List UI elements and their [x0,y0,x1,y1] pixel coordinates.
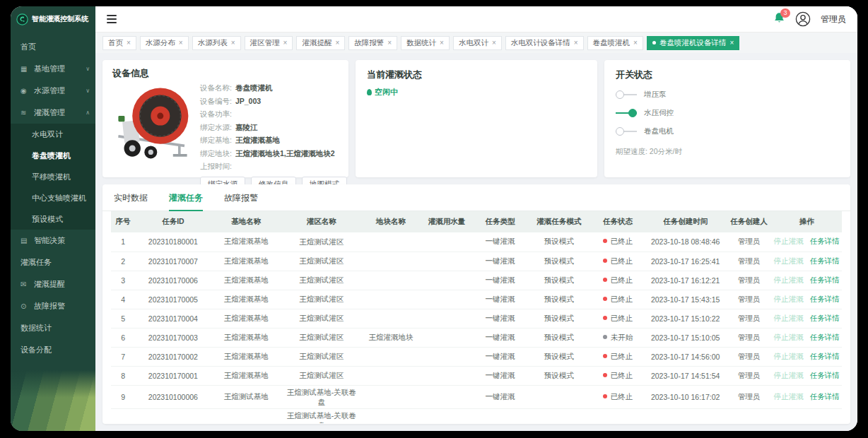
table-row: 4202310170005王煊灌溉基地王煊测试灌区一键灌溉预设模式已终止2023… [111,290,842,309]
chevron-up-icon: ∧ [86,110,90,116]
sidebar-item-irrigation-task[interactable]: 灌溉任务 [11,251,95,273]
status-dot-icon [603,316,607,320]
stop-irrigation-link[interactable]: 停止灌溉 [774,314,804,322]
tab-close-icon[interactable]: × [335,39,339,47]
task-detail-link[interactable]: 任务详情 [810,276,840,284]
status-text: 未开始 [611,333,633,341]
toggle-2[interactable] [616,127,637,136]
collapse-menu-icon[interactable] [107,15,117,23]
tab-close-icon[interactable]: × [633,39,638,47]
column-header: 任务状态 [591,211,644,232]
username[interactable]: 管理员 [821,13,846,25]
sidebar-item-label: 水源管理 [34,85,65,96]
tab-close-icon[interactable]: × [283,39,288,47]
sidebar-item-base-management[interactable]: ▦基地管理∨ [11,58,95,80]
sidebar-item-preset-mode[interactable]: 预设模式 [11,208,95,230]
sidebar-item-water-source-management[interactable]: ◉水源管理∨ [11,80,95,102]
status-text: 已终止 [611,237,633,245]
sidebar-item-label: 故障报警 [34,301,65,312]
toggle-1[interactable] [616,109,637,117]
page-tab-5[interactable]: 故障报警× [348,36,397,50]
page-tab-4[interactable]: 灌溉提醒× [296,36,345,50]
table-row: 9202310100006王煊测试基地王煊测试基地-关联卷盘一键灌溉已终止202… [111,385,842,408]
stop-irrigation-link[interactable]: 停止灌溉 [774,237,804,245]
sidebar-item-irrigation-management[interactable]: ≋灌溉管理∧ [11,102,95,124]
task-detail-link[interactable]: 任务详情 [810,352,840,360]
task-detail-link[interactable]: 任务详情 [810,256,840,265]
table-scroll[interactable]: 序号任务ID基地名称灌区名称地块名称灌溉用水量任务类型灌溉任务模式任务状态任务创… [102,211,850,423]
stop-irrigation-link[interactable]: 停止灌溉 [774,256,804,265]
sidebar-item-label: 水电双计 [32,129,63,140]
water-icon: ◉ [20,87,30,95]
tab-close-icon[interactable]: × [127,39,131,47]
sidebar-item-lateral-move-sprinkler[interactable]: 平移喷灌机 [11,166,95,187]
sidebar-item-center-pivot-sprinkler[interactable]: 中心支轴喷灌机 [11,187,95,208]
tab-close-icon[interactable]: × [387,39,392,47]
avatar-icon[interactable] [795,11,811,27]
sidebar-item-device-allocation[interactable]: 设备分配 [11,339,95,361]
task-detail-link[interactable]: 任务详情 [810,392,840,401]
sidebar-item-data-statistics[interactable]: 数据统计 [11,317,95,339]
sidebar-item-water-electric-metering[interactable]: 水电双计 [11,124,95,145]
reminder-icon: ✉ [20,280,30,288]
switch-status-panel: 开关状态 增压泵 水压伺控 卷盘电机 期望速度: 20分米/时 [604,60,850,177]
table-row: 8202310170001王煊灌溉基地王煊测试灌区一键灌溉预设模式已终止2023… [111,366,842,385]
stop-irrigation-link[interactable]: 停止灌溉 [774,371,804,379]
page-tab-8[interactable]: 水电双计设备详情× [505,36,584,50]
chevron-down-icon: ∨ [86,66,90,72]
page-tab-0[interactable]: 首页× [102,36,136,50]
sidebar-item-home[interactable]: 首页 [11,36,95,58]
switch-list: 增压泵 水压伺控 卷盘电机 [616,90,839,136]
status-text: 已终止 [611,276,633,284]
stop-irrigation-link[interactable]: 停止灌溉 [774,276,804,284]
app-title: 智能灌溉控制系统 [32,14,88,24]
tab-close-icon[interactable]: × [729,39,734,47]
sidebar-item-reel-sprinkler[interactable]: 卷盘喷灌机 [11,145,95,166]
chevron-down-icon: ∨ [86,88,90,94]
stop-irrigation-link[interactable]: 停止灌溉 [774,352,804,360]
table-tab-0[interactable]: 实时数据 [114,192,148,211]
page-tab-6[interactable]: 数据统计× [401,36,450,50]
status-dot-icon [603,394,607,398]
task-detail-link[interactable]: 任务详情 [810,295,840,303]
device-field: 绑定地块:王煊灌溉地块1,王煊灌溉地块2 [200,147,339,160]
sidebar-item-label: 设备分配 [20,345,52,355]
table-tab-2[interactable]: 故障报警 [224,192,258,211]
stop-irrigation-link[interactable]: 停止灌溉 [774,295,804,303]
table-tab-1[interactable]: 灌溉任务 [169,192,203,211]
task-detail-link[interactable]: 任务详情 [810,333,840,341]
column-header: 任务ID [135,211,211,232]
sidebar-item-fault-alarm[interactable]: ⊙故障报警 [11,295,95,317]
page-tab-9[interactable]: 卷盘喷灌机× [587,36,643,50]
status-dot-icon [603,278,607,282]
stop-irrigation-link[interactable]: 停止灌溉 [774,333,804,341]
stop-irrigation-link[interactable]: 停止灌溉 [774,392,804,401]
page-tab-7[interactable]: 水电双计× [453,36,502,50]
device-field: 设备名称:卷盘喷灌机 [200,81,339,95]
sidebar-item-smart-decision[interactable]: ▤智能决策 [11,230,95,251]
sidebar-item-label: 首页 [20,42,36,52]
page-tab-1[interactable]: 水源分布× [140,36,189,50]
tab-close-icon[interactable]: × [179,39,183,47]
tab-close-icon[interactable]: × [440,39,444,47]
task-detail-link[interactable]: 任务详情 [810,314,840,322]
tab-close-icon[interactable]: × [574,39,578,47]
task-detail-link[interactable]: 任务详情 [810,371,840,379]
notifications-button[interactable]: 3 [773,12,785,27]
main-area: 3 管理员 首页×水源分布×水源列表×灌区管理×灌溉提醒×故障报警×数据统计×水… [95,6,857,431]
status-dot-icon [603,354,607,358]
app-logo: 智能灌溉控制系统 [11,6,95,32]
page-tab-3[interactable]: 灌区管理× [245,36,293,50]
tab-close-icon[interactable]: × [231,39,235,47]
idle-status-text: 空闲中 [375,87,398,97]
page-tab-2[interactable]: 水源列表× [192,36,241,50]
toggle-0[interactable] [616,90,637,99]
task-detail-link[interactable]: 任务详情 [810,237,840,245]
sidebar-item-irrigation-reminder[interactable]: ✉灌溉提醒 [11,273,95,295]
page-tab-10[interactable]: 卷盘喷灌机设备详情× [647,36,739,50]
alarm-icon: ⊙ [20,302,30,310]
tab-close-icon[interactable]: × [492,39,496,47]
column-header: 基地名称 [211,211,281,232]
switch-row: 卷盘电机 [616,126,839,136]
table-row: 7202310170002王煊灌溉基地王煊测试灌区一键灌溉预设模式已终止2023… [111,347,842,366]
